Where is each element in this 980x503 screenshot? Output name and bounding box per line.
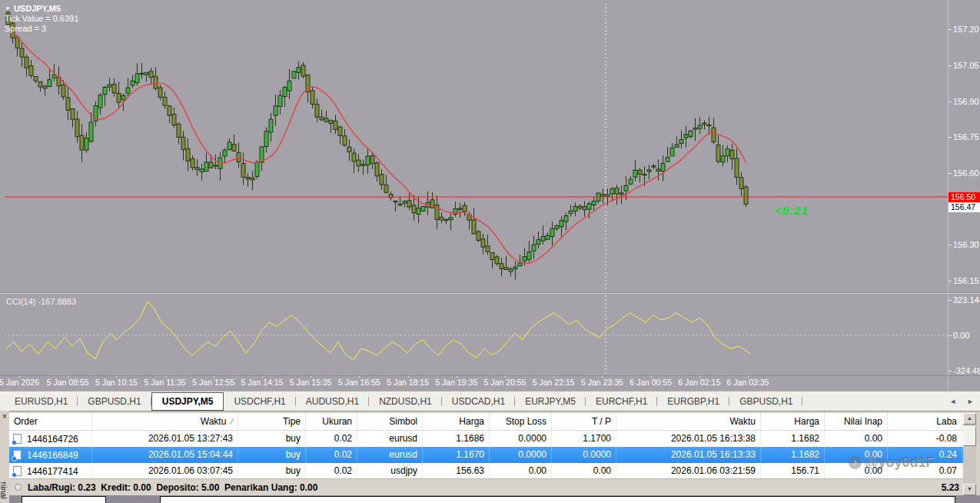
cell-harga: 1.1670 xyxy=(423,447,490,463)
price-axis-tick xyxy=(948,173,952,174)
column-header-laba[interactable]: Laba xyxy=(888,413,962,430)
cci-axis-label: 323.1441 xyxy=(953,295,980,305)
scrollbar-thumb[interactable] xyxy=(963,426,976,446)
tab-gbpusd-h1[interactable]: GBPUSD,H1 xyxy=(78,392,151,411)
column-header-harga[interactable]: Harga xyxy=(423,413,490,430)
cci-axis-tick xyxy=(948,335,952,336)
terminal-side-tab[interactable]: Terminal xyxy=(0,481,8,499)
order-doc-icon xyxy=(13,466,22,476)
spread-label: Spread = 3 xyxy=(5,24,78,34)
column-header-ukuran[interactable]: Ukuran xyxy=(306,413,357,430)
tab-eurchf-h1[interactable]: EURCHF,H1 xyxy=(586,392,657,411)
cell-harga: 1.1682 xyxy=(761,431,825,447)
tabs-scroll-left-icon[interactable]: ◄ xyxy=(949,398,956,405)
cell-t-p: 0.00 xyxy=(552,463,616,479)
tabs-scroll-right-icon[interactable]: ► xyxy=(967,398,974,405)
tab-eurgbp-h1[interactable]: EURGBP,H1 xyxy=(657,392,729,411)
cci-line xyxy=(6,301,750,360)
column-header-simbol[interactable]: Simbol xyxy=(357,413,423,430)
cell-simbol: eurusd xyxy=(357,431,423,447)
price-axis-tick xyxy=(948,281,952,281)
close-terminal-button[interactable]: × xyxy=(1,413,8,421)
cell-order: 1446166849 xyxy=(9,447,92,463)
order-row[interactable]: 14461774142026.01.06 03:07:45buy0.02usdj… xyxy=(9,463,963,479)
sort-ascending-icon: ∕ xyxy=(226,416,233,427)
terminal-panel: OrderWaktu ∕TipeUkuranSimbolHargaStop Lo… xyxy=(0,411,980,495)
time-axis-label: 6 Jan 02:15 xyxy=(678,378,720,387)
cell-harga: 156.63 xyxy=(423,463,490,479)
scroll-down-icon[interactable]: ▼ xyxy=(963,484,976,495)
column-header-waktu[interactable]: Waktu ∕ xyxy=(92,413,238,430)
tab-nzdusd-h1[interactable]: NZDUSD,H1 xyxy=(369,392,442,411)
cell-ukuran: 0.02 xyxy=(306,463,357,479)
cell-nilai-inap: 0.00 xyxy=(825,431,888,447)
cell-harga: 1.1686 xyxy=(423,431,490,447)
cci-indicator-label: CCI(14) -167.8883 xyxy=(6,297,76,306)
column-header-waktu[interactable]: Waktu xyxy=(616,413,761,430)
cell-order: 1446164726 xyxy=(9,431,92,447)
column-header-t-p[interactable]: T / P xyxy=(552,413,616,430)
watermark: ♪ @yoy0d1F xyxy=(849,455,935,471)
order-row[interactable]: 14461668492026.01.05 15:04:44buy0.02euru… xyxy=(9,447,963,463)
scroll-up-icon[interactable]: ▲ xyxy=(963,413,976,425)
cell-waktu: 2026.01.05 15:04:44 xyxy=(92,447,238,463)
time-axis-label: 5 Jan 22:15 xyxy=(533,378,575,387)
cci-axis-label: 0.00 xyxy=(953,331,969,340)
watermark-text: @yoy0d1F xyxy=(865,455,935,471)
cell-t-p: 0.0000 xyxy=(552,447,616,463)
cell-t-p: 1.1700 xyxy=(552,431,616,447)
tab-gbpusd-h1[interactable]: GBPUSD,H1 xyxy=(729,392,802,411)
time-axis-label: 5 Jan 15:35 xyxy=(290,378,332,387)
bottom-clipped-windows xyxy=(9,495,980,503)
ma-line xyxy=(8,25,746,263)
time-axis-label: 5 Jan 14:15 xyxy=(241,378,284,387)
price-axis-label: 156.75 xyxy=(953,132,979,142)
cell-harga: 1.1682 xyxy=(761,447,825,463)
tab-usdcad-h1[interactable]: USDCAD,H1 xyxy=(442,392,515,411)
cell-laba: -0.08 xyxy=(888,431,962,447)
orders-table: OrderWaktu ∕TipeUkuranSimbolHargaStop Lo… xyxy=(9,413,963,495)
time-axis-label: 6 Jan 03:35 xyxy=(727,378,769,387)
time-axis-divider xyxy=(0,375,980,376)
time-axis-label: 5 Jan 16:55 xyxy=(338,378,380,387)
chart-info: ▼USDJPY,M5 Tick Value = 0.6391 Spread = … xyxy=(5,4,78,34)
tab-usdjpy-m5[interactable]: USDJPY,M5 xyxy=(151,392,224,411)
tab-audusd-h1[interactable]: AUDUSD,H1 xyxy=(296,392,369,411)
column-header-stop-loss[interactable]: Stop Loss xyxy=(490,413,552,430)
price-axis-tick xyxy=(948,245,952,245)
watermark-logo-icon: ♪ xyxy=(849,456,862,469)
chart-symbol-label: USDJPY,M5 xyxy=(14,4,61,13)
cell-ukuran: 0.02 xyxy=(306,447,357,463)
column-header-tipe[interactable]: Tipe xyxy=(238,413,306,430)
terminal-side-strip: × Terminal xyxy=(0,411,9,503)
price-axis-tick xyxy=(948,137,952,138)
chart-tab-bar: EURUSD,H1GBPUSD,H1USDJPY,M5USDCHF,H1AUDU… xyxy=(0,391,980,411)
table-scrollbar[interactable]: ▲ ▼ xyxy=(963,413,976,495)
cell-stop-loss: 0.0000 xyxy=(490,447,552,463)
tab-usdchf-h1[interactable]: USDCHF,H1 xyxy=(224,392,295,411)
candle-countdown: <0:21 xyxy=(775,204,809,217)
price-axis-label: 156.30 xyxy=(953,240,979,249)
symbol-dropdown-icon[interactable]: ▼ xyxy=(5,4,11,14)
column-header-nilai-inap[interactable]: Nilai Inap xyxy=(825,413,888,430)
time-axis-label: 6 Jan 00:55 xyxy=(630,378,672,387)
cell-waktu: 2026.01.06 03:21:59 xyxy=(616,463,761,479)
status-dot-icon xyxy=(15,484,22,491)
cell-simbol: usdjpy xyxy=(357,463,423,479)
column-header-order[interactable]: Order xyxy=(9,413,92,430)
time-axis-label: 5 Jan 23:35 xyxy=(581,378,623,387)
price-axis-label: 156.90 xyxy=(953,97,979,106)
cell-stop-loss: 0.00 xyxy=(490,463,552,479)
price-axis-tick xyxy=(948,102,952,102)
order-row[interactable]: 14461647262026.01.05 13:27:43buy0.02euru… xyxy=(9,431,963,447)
table-header-row: OrderWaktu ∕TipeUkuranSimbolHargaStop Lo… xyxy=(9,413,963,431)
tab-eurusd-h1[interactable]: EURUSD,H1 xyxy=(5,392,78,411)
candlesticks xyxy=(6,8,748,279)
chart-window[interactable]: ▼USDJPY,M5 Tick Value = 0.6391 Spread = … xyxy=(0,0,980,391)
account-summary-row: Laba/Rugi: 0.23 Kredit: 0.00 Deposito: 5… xyxy=(9,478,963,495)
cell-tipe: buy xyxy=(238,463,306,479)
column-header-harga[interactable]: Harga xyxy=(761,413,825,430)
time-axis-label: 5 Jan 20:55 xyxy=(484,378,527,387)
price-axis-label: 156.60 xyxy=(953,168,979,178)
tab-eurjpy-m5[interactable]: EURJPY,M5 xyxy=(515,392,586,411)
